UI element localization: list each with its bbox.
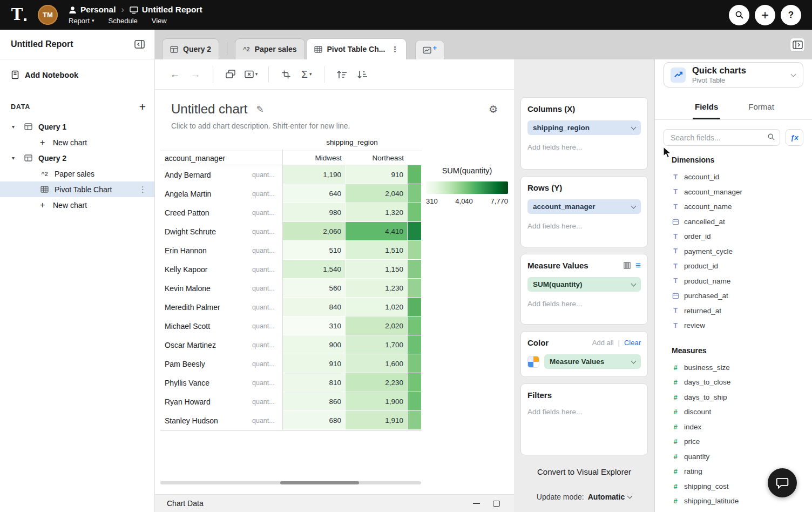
sidebar-item-new-chart[interactable]: +New chart xyxy=(0,134,154,150)
add-button[interactable]: + xyxy=(755,5,775,25)
menu-report[interactable]: Report▾ xyxy=(69,17,94,25)
sidebar-item-paper-sales[interactable]: ^2Paper sales xyxy=(0,166,154,181)
heatmap-cell[interactable]: 2,060 xyxy=(282,222,346,241)
tab-paper-sales[interactable]: ^2Paper sales xyxy=(235,38,304,59)
heatmap-cell-partial[interactable] xyxy=(408,241,422,260)
heatmap-cell[interactable]: 1,540 xyxy=(282,260,346,279)
heatmap-cell[interactable]: 2,230 xyxy=(346,373,408,392)
field-dimension-account-manager[interactable]: Taccount_manager xyxy=(655,185,812,200)
heatmap-cell-partial[interactable] xyxy=(408,335,422,354)
column-header-midwest[interactable]: Midwest xyxy=(282,151,346,165)
field-measure-business-size[interactable]: #business_size xyxy=(655,360,812,375)
chat-fab-button[interactable] xyxy=(768,468,797,497)
heatmap-cell[interactable]: 1,700 xyxy=(346,335,408,354)
add-all-link[interactable]: Add all xyxy=(592,339,614,347)
workspace-name[interactable]: Personal xyxy=(80,5,116,15)
app-logo[interactable]: T xyxy=(0,7,38,23)
sidebar-item-query-1[interactable]: ▾Query 1 xyxy=(0,119,154,134)
heatmap-cell-partial[interactable] xyxy=(408,165,422,184)
field-dimension-review[interactable]: Treview xyxy=(655,318,812,333)
minimize-icon[interactable] xyxy=(473,503,480,504)
tab-pivot-table-ch-[interactable]: Pivot Table Ch...⋮ xyxy=(306,38,407,59)
heatmap-cell-partial[interactable] xyxy=(408,411,422,430)
formula-fx-button[interactable]: ƒx xyxy=(786,129,803,146)
sidebar-item-query-2[interactable]: ▾Query 2 xyxy=(0,150,154,166)
heatmap-cell-partial[interactable] xyxy=(408,222,422,241)
measure-pill[interactable]: SUM(quantity) xyxy=(527,277,641,292)
heatmap-cell-partial[interactable] xyxy=(408,392,422,411)
new-chart-tab-button[interactable]: + xyxy=(415,40,444,59)
sidebar-item-pivot-table-chart[interactable]: Pivot Table Chart⋮ xyxy=(0,181,154,197)
heatmap-cell-partial[interactable] xyxy=(408,260,422,279)
field-measure-days-to-ship[interactable]: #days_to_ship xyxy=(655,390,812,405)
aggregate-button[interactable]: Σ ▾ xyxy=(296,64,317,85)
field-measure-index[interactable]: #index xyxy=(655,420,812,435)
user-avatar[interactable]: TM xyxy=(38,5,58,25)
heatmap-cell[interactable]: 510 xyxy=(282,241,346,260)
field-dimension-cancelled-at[interactable]: cancelled_at xyxy=(655,214,812,230)
update-mode-select[interactable]: Automatic xyxy=(588,493,632,501)
sort-descending-button[interactable] xyxy=(352,64,373,85)
add-data-button[interactable]: + xyxy=(139,101,146,112)
heatmap-cell[interactable]: 1,900 xyxy=(346,392,408,411)
menu-view[interactable]: View xyxy=(152,17,167,25)
chart-description-placeholder[interactable]: Click to add chart description. Shift-en… xyxy=(171,122,498,130)
collapse-sidebar-button[interactable] xyxy=(132,37,147,51)
remove-chart-button[interactable]: ▾ xyxy=(241,64,261,85)
field-measure-price[interactable]: #price xyxy=(655,434,812,449)
tab-query-2[interactable]: Query 2 xyxy=(162,38,219,59)
heatmap-cell[interactable]: 2,020 xyxy=(346,316,408,335)
heatmap-cell[interactable]: 1,600 xyxy=(346,354,408,373)
tab-fields[interactable]: Fields xyxy=(693,97,720,119)
chart-settings-gear-icon[interactable]: ⚙ xyxy=(489,103,498,116)
heatmap-cell-partial[interactable] xyxy=(408,298,422,316)
tab-format[interactable]: Format xyxy=(746,97,776,119)
crop-fields-button[interactable] xyxy=(276,64,296,85)
sidebar-item-new-chart[interactable]: +New chart xyxy=(0,197,154,213)
list-layout-icon[interactable]: ≡ xyxy=(635,261,641,270)
clear-link[interactable]: Clear xyxy=(624,339,641,347)
heatmap-cell[interactable]: 900 xyxy=(282,335,346,354)
heatmap-cell[interactable]: 1,910 xyxy=(346,411,408,430)
heatmap-cell-partial[interactable] xyxy=(408,279,422,298)
heatmap-cell-partial[interactable] xyxy=(408,373,422,392)
heatmap-cell[interactable]: 1,190 xyxy=(282,165,346,184)
field-dimension-account-name[interactable]: Taccount_name xyxy=(655,199,812,214)
heatmap-cell[interactable]: 840 xyxy=(282,298,346,316)
field-dimension-account-id[interactable]: Taccount_id xyxy=(655,170,812,185)
field-dimension-product-id[interactable]: Tproduct_id xyxy=(655,259,812,274)
columns-field-pill[interactable]: shipping_region xyxy=(527,120,641,135)
undo-button[interactable]: ← xyxy=(165,64,185,85)
redo-button[interactable]: → xyxy=(185,64,206,85)
heatmap-cell[interactable]: 810 xyxy=(282,373,346,392)
heatmap-cell[interactable]: 910 xyxy=(282,354,346,373)
horizontal-scrollbar-track[interactable] xyxy=(160,481,421,484)
heatmap-cell[interactable]: 1,020 xyxy=(346,298,408,316)
heatmap-cell[interactable]: 4,410 xyxy=(346,222,408,241)
heatmap-cell[interactable]: 640 xyxy=(282,184,346,203)
rows-field-pill[interactable]: account_manager xyxy=(527,199,641,214)
field-dimension-returned-at[interactable]: Treturned_at xyxy=(655,304,812,319)
kebab-menu-icon[interactable]: ⋮ xyxy=(139,185,147,194)
maximize-icon[interactable] xyxy=(493,501,500,507)
collapse-right-panel-button[interactable] xyxy=(790,38,805,52)
chart-title[interactable]: Untitled chart xyxy=(171,102,247,117)
horizontal-scrollbar-thumb[interactable] xyxy=(280,481,359,484)
edit-title-pencil-icon[interactable]: ✎ xyxy=(256,104,263,115)
convert-to-visual-explorer-button[interactable]: Convert to Visual Explorer xyxy=(520,467,648,476)
heatmap-cell[interactable]: 560 xyxy=(282,279,346,298)
heatmap-cell[interactable]: 1,150 xyxy=(346,260,408,279)
heatmap-cell-partial[interactable] xyxy=(408,184,422,203)
add-notebook-button[interactable]: Add Notebook xyxy=(0,59,154,79)
field-measure-quantity[interactable]: #quantity xyxy=(655,449,812,464)
duplicate-chart-button[interactable] xyxy=(220,64,241,85)
field-measure-shipping-longitude[interactable]: #shipping_longitude xyxy=(655,509,812,512)
heatmap-cell[interactable]: 1,230 xyxy=(346,279,408,298)
heatmap-cell-partial[interactable] xyxy=(408,203,422,222)
heatmap-cell[interactable]: 1,320 xyxy=(346,203,408,222)
column-header-northeast[interactable]: Northeast xyxy=(346,151,408,165)
search-fields-input[interactable] xyxy=(664,129,780,146)
help-button[interactable]: ? xyxy=(781,5,801,25)
heatmap-cell-partial[interactable] xyxy=(408,354,422,373)
heatmap-cell[interactable]: 310 xyxy=(282,316,346,335)
